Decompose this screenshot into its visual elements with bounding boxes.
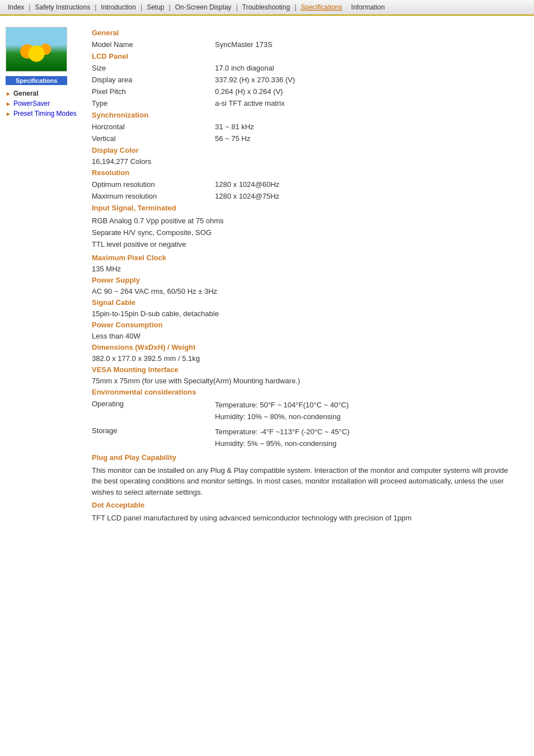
sidebar-link-preset[interactable]: Preset Timing Modes: [13, 110, 77, 118]
spec-full-row: 15pin-to-15pin D-sub cable, detachable: [90, 308, 517, 319]
spec-env-row: StorageTemperature: -4°F ~113°F (-20°C ~…: [90, 425, 517, 452]
sidebar: Specifications ► General ► PowerSaver ► …: [6, 21, 78, 531]
spec-row: Model NameSyncMaster 173S: [90, 39, 517, 50]
nav-item-troubleshooting[interactable]: Troubleshooting: [239, 2, 294, 12]
spec-row: Display area337.92 (H) x 270.336 (V): [90, 74, 517, 86]
section-header-row: VESA Mounting Interface: [90, 364, 517, 375]
section-header-row: Power Consumption: [90, 319, 517, 331]
spec-paragraph-row: TFT LCD panel manufactured by using adva…: [90, 511, 517, 525]
section-header: Dimensions (WxDxH) / Weight: [90, 341, 517, 353]
spec-full-value: 15pin-to-15pin D-sub cable, detachable: [90, 308, 517, 319]
spec-label: Optimum resolution: [90, 179, 213, 190]
spec-table: GeneralModel NameSyncMaster 173SLCD Pane…: [90, 27, 517, 525]
nav-sep-1: |: [27, 3, 31, 11]
env-label: Storage: [90, 425, 213, 452]
section-header: Display Color: [90, 144, 517, 156]
section-header: VESA Mounting Interface: [90, 364, 517, 375]
section-header: Environmental considerations: [90, 386, 517, 398]
spec-value: 337.92 (H) x 270.336 (V): [213, 74, 517, 86]
spec-full-row: AC 90 ~ 264 VAC rms, 60/50 Hz ± 3Hz: [90, 286, 517, 297]
spec-value: SyncMaster 173S: [213, 39, 517, 50]
nav-sep-5: |: [235, 3, 238, 11]
section-header-row: General: [90, 27, 517, 39]
spec-label: Maximum resolution: [90, 190, 213, 202]
section-header: General: [90, 27, 517, 39]
spec-row: Pixel Pitch0.264 (H) x 0.264 (V): [90, 86, 517, 97]
spec-value: 17.0 inch diagonal: [213, 62, 517, 74]
spec-value: a-si TFT active matrix: [213, 97, 517, 109]
section-header: Resolution: [90, 167, 517, 179]
spec-full-value: AC 90 ~ 264 VAC rms, 60/50 Hz ± 3Hz: [90, 286, 517, 297]
section-header: Input Signal, Terminated: [90, 202, 517, 214]
section-header: Signal Cable: [90, 297, 517, 308]
section-header: Power Supply: [90, 274, 517, 286]
spec-full-row: 16,194,277 Colors: [90, 156, 517, 167]
nav-item-introduction[interactable]: Introduction: [97, 2, 139, 12]
spec-value: 56 ~ 75 Hz: [213, 133, 517, 144]
section-header: Power Consumption: [90, 319, 517, 331]
section-header-row: Display Color: [90, 144, 517, 156]
spec-row: Horizontal31 ~ 81 kHz: [90, 121, 517, 133]
spec-full-value: 75mm x 75mm (for use with Specialty(Arm)…: [90, 375, 517, 386]
spec-env-row: OperatingTemperature: 50°F ~ 104°F(10°C …: [90, 398, 517, 425]
spec-label: Vertical: [90, 133, 213, 144]
nav-item-index[interactable]: Index: [4, 2, 27, 12]
section-header: Synchronization: [90, 109, 517, 121]
nav-sep-2: |: [93, 3, 97, 11]
nav-sep-6: |: [293, 3, 297, 11]
sidebar-link-general[interactable]: General: [13, 90, 39, 97]
sidebar-item-preset-timing[interactable]: ► Preset Timing Modes: [6, 110, 78, 118]
sidebar-item-powersaver[interactable]: ► PowerSaver: [6, 100, 78, 107]
section-header-row: LCD Panel: [90, 50, 517, 62]
nav-sep-3: |: [139, 3, 143, 11]
section-header-row: Plug and Play Capability: [90, 452, 517, 463]
spec-label: Type: [90, 97, 213, 109]
sidebar-label: Specifications: [6, 76, 67, 85]
section-header-row: Power Supply: [90, 274, 517, 286]
section-header: Dot Acceptable: [90, 499, 517, 511]
spec-multiline-row: RGB Analog 0.7 Vpp positive at 75 ohmsSe…: [90, 214, 517, 252]
spec-row: Maximum resolution1280 x 1024@75Hz: [90, 190, 517, 202]
spec-paragraph-row: This monitor can be installed on any Plu…: [90, 463, 517, 500]
nav-bar: Index | Safety Instructions | Introducti…: [0, 0, 534, 16]
spec-label: Size: [90, 62, 213, 74]
spec-label: Display area: [90, 74, 213, 86]
arrow-icon-general: ►: [6, 91, 11, 97]
spec-paragraph: This monitor can be installed on any Plu…: [90, 463, 517, 500]
spec-paragraph: TFT LCD panel manufactured by using adva…: [90, 511, 517, 525]
nav-item-osd[interactable]: On-Screen Display: [172, 2, 235, 12]
sidebar-item-general[interactable]: ► General: [6, 90, 78, 97]
sidebar-link-powersaver[interactable]: PowerSaver: [13, 100, 50, 107]
sidebar-menu: ► General ► PowerSaver ► Preset Timing M…: [6, 90, 78, 118]
section-header-row: Dimensions (WxDxH) / Weight: [90, 341, 517, 353]
section-header-row: Maximum Pixel Clock: [90, 252, 517, 264]
section-header: LCD Panel: [90, 50, 517, 62]
spec-label: Horizontal: [90, 121, 213, 133]
spec-value: 0.264 (H) x 0.264 (V): [213, 86, 517, 97]
spec-full-value: 16,194,277 Colors: [90, 156, 517, 167]
spec-full-value: 135 MHz: [90, 264, 517, 274]
section-header-row: Signal Cable: [90, 297, 517, 308]
sidebar-image: [6, 27, 67, 72]
arrow-icon-preset: ►: [6, 111, 11, 117]
section-header: Maximum Pixel Clock: [90, 252, 517, 264]
nav-sep-4: |: [168, 3, 172, 11]
env-value: Temperature: -4°F ~113°F (-20°C ~ 45°C)H…: [213, 425, 517, 452]
spec-label: Model Name: [90, 39, 213, 50]
spec-full-value: 382.0 x 177.0 x 392.5 mm / 5.1kg: [90, 353, 517, 364]
nav-item-information[interactable]: Information: [348, 2, 388, 12]
spec-label: Pixel Pitch: [90, 86, 213, 97]
section-header-row: Environmental considerations: [90, 386, 517, 398]
nav-item-safety[interactable]: Safety Instructions: [31, 2, 93, 12]
spec-value: 1280 x 1024@75Hz: [213, 190, 517, 202]
spec-row: Size17.0 inch diagonal: [90, 62, 517, 74]
nav-item-setup[interactable]: Setup: [143, 2, 167, 12]
nav-item-specifications[interactable]: Specifications: [297, 2, 345, 12]
spec-full-row: 382.0 x 177.0 x 392.5 mm / 5.1kg: [90, 353, 517, 364]
spec-row: Vertical56 ~ 75 Hz: [90, 133, 517, 144]
env-label: Operating: [90, 398, 213, 425]
spec-multiline-value: RGB Analog 0.7 Vpp positive at 75 ohmsSe…: [90, 214, 517, 252]
main-layout: Specifications ► General ► PowerSaver ► …: [0, 16, 534, 537]
spec-full-row: 135 MHz: [90, 264, 517, 274]
spec-row: Typea-si TFT active matrix: [90, 97, 517, 109]
